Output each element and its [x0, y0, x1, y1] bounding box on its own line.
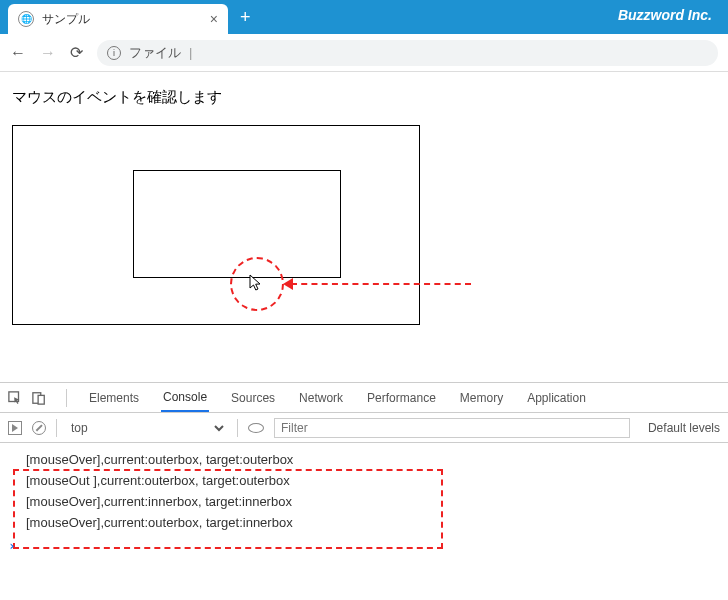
log-levels-selector[interactable]: Default levels: [640, 421, 720, 435]
filter-input[interactable]: [274, 418, 630, 438]
live-expression-icon[interactable]: [248, 423, 264, 433]
console-prompt-icon[interactable]: ›: [8, 538, 16, 553]
tab-sources[interactable]: Sources: [229, 385, 277, 411]
forward-button[interactable]: →: [40, 44, 56, 62]
tab-memory[interactable]: Memory: [458, 385, 505, 411]
console-log-line: [mouseOver],current:innerbox, target:inn…: [26, 491, 716, 512]
console-toolbar: top Default levels: [0, 413, 728, 443]
page-content: マウスのイベントを確認します: [0, 72, 728, 382]
execution-context-icon[interactable]: [8, 421, 22, 435]
browser-tab-strip: 🌐 サンプル × + Buzzword Inc.: [0, 0, 728, 34]
console-output[interactable]: [mouseOver],current:outerbox, target:out…: [0, 443, 728, 551]
tab-title: サンプル: [42, 11, 202, 28]
svg-rect-2: [38, 395, 44, 404]
brand-label: Buzzword Inc.: [618, 7, 712, 23]
console-log-line: [mouseOver],current:outerbox, target:inn…: [26, 512, 716, 533]
annotation-arrow-head: [283, 278, 293, 290]
devtools-tab-bar: Elements Console Sources Network Perform…: [0, 383, 728, 413]
separator: [237, 419, 238, 437]
tab-elements[interactable]: Elements: [87, 385, 141, 411]
tab-console[interactable]: Console: [161, 384, 209, 412]
inspect-icon[interactable]: [8, 391, 22, 405]
browser-tab-active[interactable]: 🌐 サンプル ×: [8, 4, 228, 34]
tab-application[interactable]: Application: [525, 385, 588, 411]
page-heading: マウスのイベントを確認します: [12, 88, 716, 107]
clear-console-button[interactable]: [32, 421, 46, 435]
devtools-panel: Elements Console Sources Network Perform…: [0, 382, 728, 551]
outer-box[interactable]: [12, 125, 420, 325]
context-selector[interactable]: top: [67, 420, 227, 436]
address-bar: ← → ⟳ i ファイル |: [0, 34, 728, 72]
url-field[interactable]: i ファイル |: [97, 40, 718, 66]
annotation-arrow-line: [291, 283, 471, 285]
close-icon[interactable]: ×: [210, 11, 218, 27]
info-icon[interactable]: i: [107, 46, 121, 60]
console-log-line: [mouseOut ],current:outerbox, target:out…: [26, 470, 716, 491]
globe-icon: 🌐: [18, 11, 34, 27]
separator: [56, 419, 57, 437]
inner-box[interactable]: [133, 170, 341, 278]
console-log-line: [mouseOver],current:outerbox, target:out…: [26, 449, 716, 470]
separator: [66, 389, 67, 407]
url-text: ファイル: [129, 44, 181, 62]
tab-performance[interactable]: Performance: [365, 385, 438, 411]
tab-network[interactable]: Network: [297, 385, 345, 411]
new-tab-button[interactable]: +: [228, 7, 263, 28]
back-button[interactable]: ←: [10, 44, 26, 62]
url-cursor: |: [189, 45, 192, 60]
reload-button[interactable]: ⟳: [70, 43, 83, 62]
device-toggle-icon[interactable]: [32, 391, 46, 405]
